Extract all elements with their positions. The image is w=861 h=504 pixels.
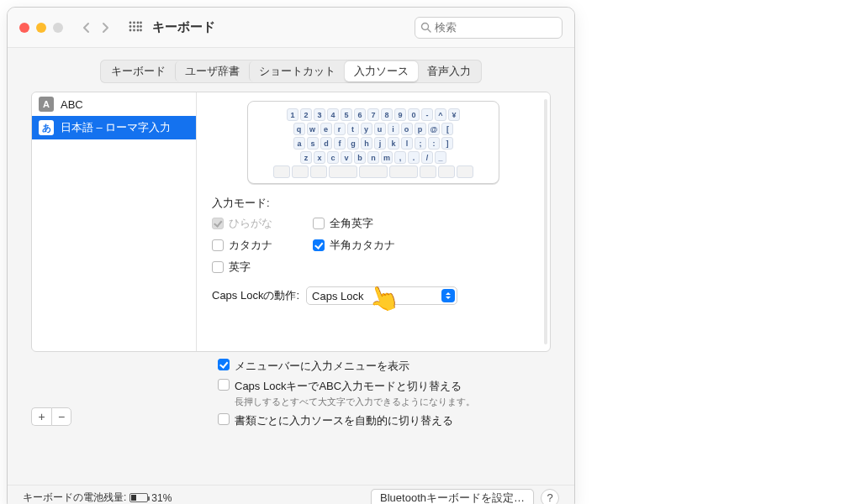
checkbox-icon[interactable] bbox=[313, 218, 325, 229]
key: e bbox=[320, 123, 332, 135]
opt-auto-switch[interactable]: 書類ごとに入力ソースを自動的に切り替える bbox=[218, 413, 551, 428]
source-badge-icon: A bbox=[39, 97, 54, 112]
key: 8 bbox=[381, 108, 393, 121]
source-label: ABC bbox=[61, 98, 83, 111]
mode-hankaku-katakana[interactable]: 半角カタカナ bbox=[313, 238, 395, 253]
checkbox-icon bbox=[212, 218, 224, 229]
key: , bbox=[394, 151, 406, 164]
search-input[interactable] bbox=[435, 21, 575, 34]
nav-buttons bbox=[78, 19, 114, 36]
source-badge-icon: あ bbox=[39, 120, 54, 135]
key: - bbox=[421, 108, 433, 121]
key: l bbox=[401, 137, 413, 150]
input-modes: ひらがな カタカナ 英字 全角英字 bbox=[212, 216, 535, 275]
mode-katakana[interactable]: カタカナ bbox=[212, 238, 313, 253]
opt-caps-switch[interactable]: Caps LockキーでABC入力モードと切り替える bbox=[218, 379, 551, 394]
key: 2 bbox=[300, 108, 312, 121]
opt-show-input-menu[interactable]: メニューバーに入力メニューを表示 bbox=[218, 359, 551, 374]
key: 5 bbox=[341, 108, 352, 121]
source-item-1[interactable]: あ日本語 – ローマ字入力 bbox=[32, 116, 196, 139]
svg-point-5 bbox=[133, 25, 135, 28]
key: j bbox=[374, 137, 386, 150]
opt-caps-switch-hint: 長押しするとすべて大文字で入力できるようになります。 bbox=[235, 396, 551, 408]
mode-zenkaku-eisu[interactable]: 全角英字 bbox=[313, 216, 395, 231]
key: ^ bbox=[435, 108, 446, 121]
mode-zen-eisu-label: 全角英字 bbox=[330, 216, 373, 231]
key: d bbox=[320, 137, 332, 150]
key bbox=[389, 165, 418, 178]
key: k bbox=[388, 137, 399, 150]
key: r bbox=[334, 123, 346, 135]
key: z bbox=[300, 151, 312, 164]
key: @ bbox=[428, 123, 441, 135]
key: ¥ bbox=[448, 108, 460, 121]
checkbox-icon[interactable] bbox=[212, 261, 224, 273]
tab-0[interactable]: キーボード bbox=[102, 61, 175, 81]
battery-label: キーボードの電池残量: bbox=[23, 491, 126, 504]
tab-1[interactable]: ユーザ辞書 bbox=[175, 61, 249, 81]
segmented-control: キーボードユーザ辞書ショートカット入力ソース音声入力 bbox=[100, 60, 482, 83]
key: _ bbox=[435, 151, 446, 164]
add-source-button[interactable]: + bbox=[31, 407, 51, 426]
tab-2[interactable]: ショートカット bbox=[249, 61, 345, 81]
preferences-window: キーボード キーボードユーザ辞書ショートカット入力ソース音声入力 AABCあ日本… bbox=[7, 7, 575, 504]
bluetooth-keyboard-button[interactable]: Bluetoothキーボードを設定… bbox=[371, 489, 534, 505]
global-options: メニューバーに入力メニューを表示 Caps LockキーでABC入力モードと切り… bbox=[218, 359, 551, 428]
help-icon: ? bbox=[547, 491, 552, 504]
zoom-window-button[interactable] bbox=[53, 23, 63, 33]
help-button[interactable]: ? bbox=[541, 489, 559, 505]
key: q bbox=[293, 123, 305, 135]
key: c bbox=[327, 151, 339, 164]
source-detail: 1234567890-^¥qwertyuiop@[asdfghjkl;:]zxc… bbox=[197, 92, 550, 351]
mode-eiji[interactable]: 英字 bbox=[212, 260, 313, 275]
key bbox=[273, 165, 290, 178]
key: s bbox=[307, 137, 319, 150]
tab-bar: キーボードユーザ辞書ショートカット入力ソース音声入力 bbox=[8, 48, 574, 92]
footer: キーボードの電池残量: 31% Bluetoothキーボードを設定… ? bbox=[8, 485, 574, 504]
key: v bbox=[341, 151, 352, 164]
key: 1 bbox=[287, 108, 298, 121]
mode-hiragana-label: ひらがな bbox=[229, 216, 272, 231]
mode-han-kata-label: 半角カタカナ bbox=[330, 238, 395, 253]
key: [ bbox=[441, 123, 453, 135]
input-modes-label: 入力モード: bbox=[212, 196, 535, 211]
minimize-window-button[interactable] bbox=[36, 23, 46, 33]
key: t bbox=[347, 123, 359, 135]
search-field[interactable] bbox=[415, 17, 563, 39]
dropdown-arrow-icon bbox=[441, 289, 455, 302]
back-button[interactable] bbox=[78, 19, 95, 36]
forward-button[interactable] bbox=[97, 19, 114, 36]
battery-percent: 31% bbox=[151, 492, 172, 504]
tab-4[interactable]: 音声入力 bbox=[418, 61, 480, 81]
search-icon bbox=[420, 22, 431, 33]
remove-source-button[interactable]: − bbox=[51, 407, 71, 426]
battery-icon bbox=[129, 493, 148, 502]
mode-eiji-label: 英字 bbox=[229, 260, 251, 275]
opt-auto-switch-label: 書類ごとに入力ソースを自動的に切り替える bbox=[235, 413, 453, 428]
key bbox=[438, 165, 455, 178]
caps-lock-row: Caps Lockの動作: Caps Lock 👆 bbox=[212, 286, 535, 305]
key: 9 bbox=[394, 108, 406, 121]
source-label: 日本語 – ローマ字入力 bbox=[61, 120, 171, 135]
key bbox=[292, 165, 309, 178]
close-window-button[interactable] bbox=[19, 23, 29, 33]
opt-show-menu-label: メニューバーに入力メニューを表示 bbox=[235, 359, 409, 374]
key: h bbox=[361, 137, 372, 150]
source-item-0[interactable]: AABC bbox=[32, 92, 196, 116]
checkbox-icon[interactable] bbox=[218, 413, 230, 425]
svg-point-8 bbox=[129, 29, 132, 31]
key: 4 bbox=[327, 108, 339, 121]
key: . bbox=[408, 151, 420, 164]
svg-point-7 bbox=[140, 25, 142, 28]
key: 7 bbox=[367, 108, 379, 121]
checkbox-icon[interactable] bbox=[212, 239, 224, 251]
checkbox-icon[interactable] bbox=[218, 379, 230, 391]
checkbox-icon[interactable] bbox=[218, 359, 230, 370]
key: u bbox=[374, 123, 386, 135]
input-source-list[interactable]: AABCあ日本語 – ローマ字入力 bbox=[32, 92, 197, 351]
show-all-icon[interactable] bbox=[129, 21, 142, 34]
key: 6 bbox=[354, 108, 366, 121]
tab-3[interactable]: 入力ソース bbox=[345, 61, 418, 81]
checkbox-icon[interactable] bbox=[313, 239, 325, 251]
svg-point-2 bbox=[137, 21, 140, 24]
